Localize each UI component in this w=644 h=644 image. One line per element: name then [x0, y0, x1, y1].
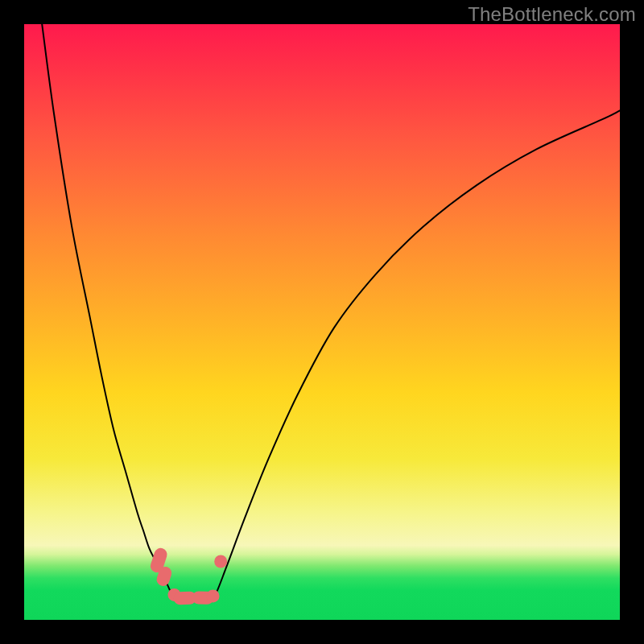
bottleneck-curve	[42, 24, 620, 599]
data-marker	[207, 589, 220, 602]
chart-frame: TheBottleneck.com	[0, 0, 644, 644]
curve-layer	[24, 24, 620, 620]
marker-layer	[149, 547, 227, 605]
watermark-text: TheBottleneck.com	[468, 3, 636, 26]
data-marker	[214, 555, 227, 568]
plot-area	[24, 24, 620, 620]
